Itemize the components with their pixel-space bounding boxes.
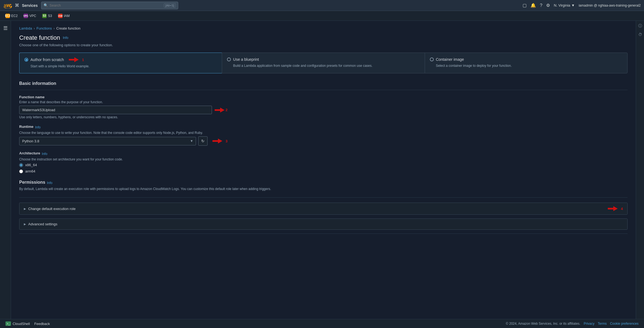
function-name-input-row: 2 xyxy=(19,106,228,114)
svg-marker-1 xyxy=(215,108,225,113)
iam-icon: IAM xyxy=(58,14,63,18)
annotation-arrow-3 xyxy=(212,139,222,143)
services-label[interactable]: Services xyxy=(22,3,38,8)
terms-link[interactable]: Terms xyxy=(598,322,607,326)
footer: >_ CloudShell Feedback © 2024, Amazon We… xyxy=(0,319,644,328)
cloudshell-button[interactable]: >_ CloudShell xyxy=(5,321,30,326)
card-desc-author: Start with a simple Hello World example. xyxy=(24,64,217,69)
architecture-info-badge[interactable]: Info xyxy=(42,152,47,156)
card-title-container: Container image xyxy=(436,57,464,62)
annotation-num-3: 3 xyxy=(226,139,228,143)
radio-blueprint[interactable] xyxy=(227,57,231,61)
card-desc-blueprint: Build a Lambda application from sample c… xyxy=(227,63,419,68)
user-info[interactable]: iamadmin @ nghiaa-aws-training-general2 xyxy=(579,4,641,7)
arrow-svg-2 xyxy=(215,108,225,113)
service-shortcuts-bar: EC2 EC2 VPC VPC S3 S3 IAM IAM xyxy=(0,11,644,21)
annotation-num-1: 1 xyxy=(82,58,84,62)
arrow-svg-1 xyxy=(69,57,79,62)
search-input[interactable] xyxy=(50,3,164,7)
option-card-author-from-scratch[interactable]: Author from scratch 1 Start with a simpl… xyxy=(19,53,222,73)
advanced-settings-label: Advanced settings xyxy=(28,222,57,226)
top-navigation: ⌘ Services 🔍 [Alt+S] ▢ 🔔 ? ⚙ N. Virginia… xyxy=(0,0,644,11)
breadcrumb-sep-2: › xyxy=(53,27,55,30)
permissions-section: Permissions Info By default, Lambda will… xyxy=(19,180,628,191)
annotation-arrow-4 xyxy=(608,206,618,211)
change-execution-role-header[interactable]: ▶ Change default execution role 4 xyxy=(19,203,627,214)
search-bar[interactable]: 🔍 [Alt+S] xyxy=(41,2,178,9)
page-title-info-badge[interactable]: Info xyxy=(63,36,68,40)
option-card-container[interactable]: Container image Select a container image… xyxy=(425,53,628,73)
advanced-settings-arrow-icon: ▶ xyxy=(24,223,26,226)
service-tag-iam[interactable]: IAM IAM xyxy=(56,13,72,19)
runtime-field: Runtime Info Choose the language to use … xyxy=(19,125,628,146)
service-tag-ec2[interactable]: EC2 EC2 xyxy=(3,13,20,19)
runtime-info-badge[interactable]: Info xyxy=(35,125,41,129)
runtime-label: Runtime xyxy=(19,125,33,129)
runtime-select-wrapper: Python 3.8 Python 3.9 Python 3.10 Node.j… xyxy=(19,137,196,145)
cloudshell-label: CloudShell xyxy=(13,322,30,326)
page-title: Create function xyxy=(19,34,60,41)
radio-x86-item[interactable]: x86_64 xyxy=(19,163,628,167)
s3-label: S3 xyxy=(48,14,52,18)
permissions-info-badge[interactable]: Info xyxy=(47,181,52,185)
advanced-settings-section: ▶ Advanced settings xyxy=(19,218,628,230)
breadcrumb-functions[interactable]: Functions xyxy=(36,26,52,30)
cookie-link[interactable]: Cookie preferences xyxy=(610,322,639,326)
radio-arm64-input[interactable] xyxy=(19,169,23,173)
radio-x86-input[interactable] xyxy=(19,163,23,167)
function-name-hint: Use only letters, numbers, hyphens, or u… xyxy=(19,115,628,119)
aws-logo[interactable] xyxy=(3,3,13,8)
section-divider-1 xyxy=(19,90,628,90)
card-title-blueprint: Use a blueprint xyxy=(233,57,259,62)
vpc-icon: VPC xyxy=(24,14,28,18)
search-shortcut: [Alt+S] xyxy=(164,3,176,8)
card-title-author: Author from scratch xyxy=(30,57,64,62)
svg-marker-0 xyxy=(69,57,79,62)
service-tag-vpc[interactable]: VPC VPC xyxy=(21,13,38,19)
runtime-refresh-button[interactable]: ↻ xyxy=(198,136,208,146)
region-selector[interactable]: N. Virginia ▼ xyxy=(554,3,575,7)
service-tag-s3[interactable]: S3 S3 xyxy=(40,13,54,19)
radio-author-from-scratch[interactable] xyxy=(24,58,28,62)
breadcrumb-lambda[interactable]: Lambda xyxy=(19,26,32,30)
function-name-input[interactable] xyxy=(19,106,212,114)
ec2-label: EC2 xyxy=(11,14,18,18)
vpc-label: VPC xyxy=(29,14,36,18)
notifications-icon[interactable]: 🔔 xyxy=(530,3,536,8)
breadcrumb-current: Create function xyxy=(56,26,80,30)
privacy-link[interactable]: Privacy xyxy=(584,322,594,326)
help-icon[interactable]: ? xyxy=(540,3,542,8)
grid-icon[interactable]: ⌘ xyxy=(15,3,19,8)
region-dropdown-icon: ▼ xyxy=(571,3,575,7)
arrow-svg-3 xyxy=(212,139,222,143)
svg-marker-2 xyxy=(212,139,222,143)
right-panel-icon-2[interactable]: ⏱ xyxy=(638,32,642,37)
radio-container[interactable] xyxy=(430,57,434,61)
basic-info-title: Basic information xyxy=(19,81,628,86)
footer-right: © 2024, Amazon Web Services, Inc. or its… xyxy=(506,322,639,326)
radio-arm64-item[interactable]: arm64 xyxy=(19,169,628,173)
function-name-label: Function name xyxy=(19,95,628,99)
advanced-settings-header[interactable]: ▶ Advanced settings xyxy=(19,219,627,229)
sidebar-hamburger-menu[interactable]: ☰ xyxy=(2,24,9,33)
runtime-select[interactable]: Python 3.8 Python 3.9 Python 3.10 Node.j… xyxy=(19,137,196,145)
architecture-radio-group: x86_64 arm64 xyxy=(19,163,628,173)
change-execution-role-section: ▶ Change default execution role 4 xyxy=(19,203,628,215)
collapsible-arrow-icon: ▶ xyxy=(24,207,26,210)
basic-info-section: Basic information Function name Enter a … xyxy=(19,81,628,173)
architecture-label-row: Architecture Info xyxy=(19,151,628,156)
nav-right-actions: ▢ 🔔 ? ⚙ N. Virginia ▼ iamadmin @ nghiaa-… xyxy=(523,3,641,8)
radio-x86-label: x86_64 xyxy=(25,163,37,167)
arrow-svg-4 xyxy=(608,206,618,211)
settings-icon[interactable]: ⚙ xyxy=(546,3,550,8)
function-name-desc: Enter a name that describes the purpose … xyxy=(19,100,628,104)
feedback-link[interactable]: Feedback xyxy=(34,322,50,326)
cloudshell-icon-btn[interactable]: ▢ xyxy=(523,3,527,8)
annotation-num-2: 2 xyxy=(226,108,228,112)
card-header-container: Container image xyxy=(430,57,622,62)
svg-marker-3 xyxy=(608,206,618,211)
ec2-icon: EC2 xyxy=(5,14,10,18)
section-divider-bottom xyxy=(19,234,628,234)
option-card-blueprint[interactable]: Use a blueprint Build a Lambda applicati… xyxy=(222,53,424,73)
right-panel-icon-1[interactable]: ⓘ xyxy=(638,24,642,28)
